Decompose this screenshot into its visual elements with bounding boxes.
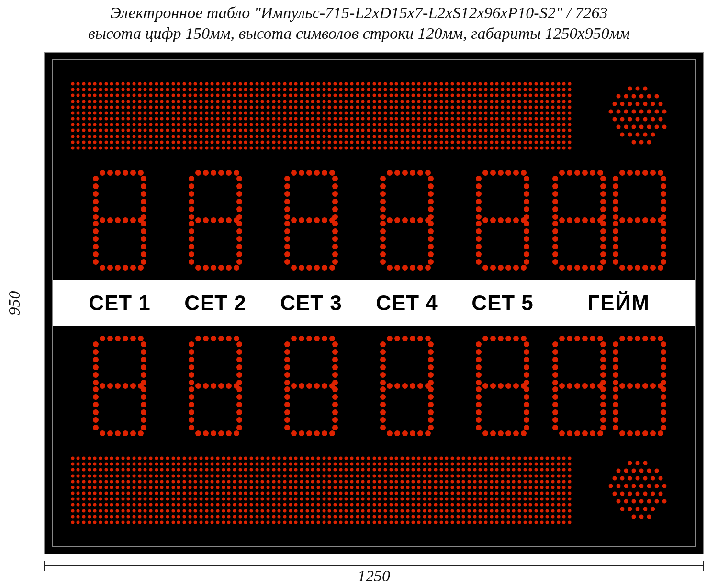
label-set5: СЕТ 5 (455, 291, 550, 315)
digit-top-set5 (476, 170, 529, 271)
digit-top-set1 (93, 170, 146, 271)
scoreboard-frame: СЕТ 1 СЕТ 2 СЕТ 3 СЕТ 4 СЕТ 5 ГЕЙМ (44, 52, 704, 554)
caption-line-2: высота цифр 150мм, высота символов строк… (10, 23, 708, 44)
label-game: ГЕЙМ (550, 291, 681, 315)
label-set3: СЕТ 3 (263, 291, 359, 315)
top-text-row (53, 78, 695, 154)
labels-strip: СЕТ 1 СЕТ 2 СЕТ 3 СЕТ 4 СЕТ 5 ГЕЙМ (53, 280, 695, 326)
label-set1: СЕТ 1 (72, 291, 168, 315)
digit-bottom-set5 (476, 336, 529, 436)
label-set4: СЕТ 4 (359, 291, 455, 315)
scoreboard-inner: СЕТ 1 СЕТ 2 СЕТ 3 СЕТ 4 СЕТ 5 ГЕЙМ (52, 59, 696, 547)
digit-top-set4 (380, 170, 434, 271)
dimension-width-label: 1250 (355, 567, 393, 585)
digit-bottom-set3 (284, 336, 338, 436)
digit-top-game-2 (613, 170, 666, 271)
digit-top-set3 (284, 170, 338, 271)
dimension-vertical: 950 (31, 52, 40, 554)
score-row-bottom (53, 326, 695, 446)
caption-line-1: Электронное табло "Импульс-715-L2xD15x7-… (10, 3, 708, 23)
digit-top-game-1 (552, 170, 606, 271)
top-led-matrix (70, 81, 572, 151)
dimension-height-label: 950 (5, 291, 23, 316)
digit-bottom-game-2 (613, 336, 666, 436)
bottom-text-row (53, 452, 695, 529)
digit-bottom-set4 (380, 336, 434, 436)
serve-indicator-top (607, 85, 669, 147)
dimension-horizontal: 1250 (44, 561, 704, 580)
serve-indicator-bottom (607, 459, 669, 521)
diagram: 950 (34, 48, 704, 560)
digit-bottom-set1 (93, 336, 146, 436)
digit-bottom-set2 (189, 336, 242, 436)
digit-top-set2 (189, 170, 242, 271)
digit-bottom-game-1 (552, 336, 606, 436)
label-set2: СЕТ 2 (168, 291, 263, 315)
score-row-top (53, 160, 695, 280)
bottom-led-matrix (70, 455, 572, 525)
